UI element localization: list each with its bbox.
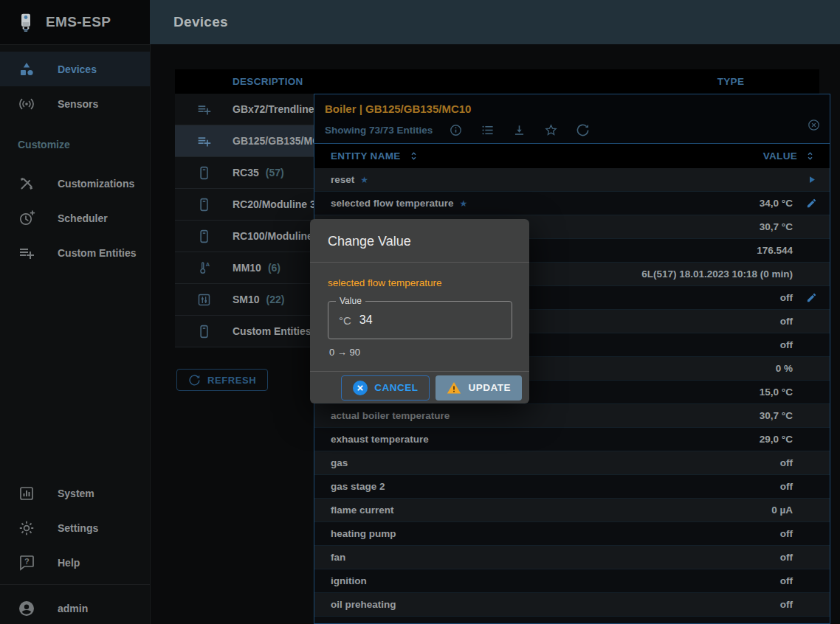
entity-row[interactable]: flame current 0 µA	[314, 499, 830, 522]
sidebar-item-help[interactable]: ? Help	[0, 545, 150, 580]
sidebar-item-settings[interactable]: Settings	[0, 510, 150, 545]
entity-row[interactable]: gas stage 2 off	[314, 475, 830, 499]
sidebar-item-scheduler[interactable]: Scheduler	[0, 201, 150, 235]
value-input-label: Value	[336, 296, 365, 306]
account-circle-icon	[18, 600, 35, 617]
device-entity-count: (22)	[266, 294, 285, 305]
cancel-icon: ×	[353, 381, 368, 395]
bar-chart-icon	[18, 485, 35, 502]
entity-value: off	[780, 552, 793, 563]
tools-icon	[18, 175, 35, 193]
entity-name: heating pump	[331, 528, 396, 539]
device-name: SM10	[233, 294, 260, 305]
username-label: admin	[58, 603, 88, 614]
entity-row[interactable]: actual boiler temperature 30,7 °C	[314, 404, 830, 428]
topbar: Devices	[150, 0, 840, 44]
entity-value: off	[780, 481, 793, 492]
device-type-icon	[175, 197, 233, 212]
showing-entities-label: Showing 73/73 Entities	[325, 125, 433, 136]
entity-row[interactable]: exhaust temperature 29,0 °C	[314, 428, 830, 451]
favorite-star-icon: ★	[460, 198, 468, 209]
sidebar-item-label: Customizations	[58, 178, 134, 190]
entity-name: actual boiler temperature	[331, 410, 450, 421]
download-icon[interactable]	[512, 123, 526, 137]
entity-value: 34,0 °C	[760, 198, 793, 209]
value-input-text: 34	[359, 313, 373, 327]
device-type-icon	[175, 134, 233, 149]
column-entity-name: ENTITY NAME	[331, 150, 401, 162]
gear-icon	[18, 519, 35, 537]
sidebar-divider	[0, 584, 150, 585]
refresh-button[interactable]: REFRESH	[176, 369, 268, 391]
entity-value: off	[780, 575, 793, 586]
update-button[interactable]: UPDATE	[436, 375, 522, 401]
sort-icon[interactable]	[407, 150, 420, 162]
sidebar-item-sensors[interactable]: Sensors	[0, 86, 150, 121]
entity-row[interactable]: fan off	[314, 546, 830, 569]
app-title: EMS-ESP	[46, 14, 111, 30]
sort-icon[interactable]	[804, 150, 816, 162]
sidebar: EMS-ESP Devices Sensors Customize Custom…	[0, 0, 151, 624]
entity-value: 6L(517) 18.01.2023 10:18 (0 min)	[641, 268, 793, 280]
device-name: RC35	[233, 167, 259, 178]
entity-value: off	[780, 528, 793, 539]
entity-row[interactable]: ignition off	[314, 569, 830, 593]
entity-name: reset	[331, 174, 354, 185]
column-value: VALUE	[763, 150, 797, 162]
sensors-icon	[18, 95, 35, 113]
cancel-button[interactable]: × CANCEL	[341, 375, 430, 401]
column-description: DESCRIPTION	[175, 76, 642, 87]
device-type-icon: A	[175, 260, 233, 276]
entity-row[interactable]: heating pump off	[314, 522, 830, 546]
value-input[interactable]: Value °C 34	[328, 301, 512, 339]
sidebar-item-label: System	[58, 488, 94, 499]
device-type-icon	[175, 229, 233, 244]
close-icon[interactable]	[807, 118, 821, 132]
entity-name: oil preheating	[331, 599, 396, 610]
sidebar-item-label: Sensors	[58, 98, 98, 110]
devices-table-header: DESCRIPTION TYPE	[175, 69, 819, 94]
entity-name: gas stage 2	[331, 481, 385, 492]
app-header: EMS-ESP	[0, 0, 150, 45]
entity-action[interactable]	[793, 174, 830, 185]
entity-action[interactable]	[793, 198, 830, 209]
entity-row[interactable]: selected flow temperature ★ 34,0 °C	[314, 192, 830, 215]
sidebar-item-custom-entities[interactable]: Custom Entities	[0, 235, 150, 270]
device-type-icon	[175, 324, 233, 339]
entity-name: flame current	[331, 505, 394, 516]
entity-row[interactable]: reset ★	[314, 168, 830, 192]
entity-value: 176.544	[757, 245, 793, 256]
entity-value: 15,0 °C	[760, 386, 793, 398]
entities-table-header: ENTITY NAME VALUE	[314, 144, 830, 168]
page-title: Devices	[173, 14, 228, 30]
dialog-title: Change Value	[310, 219, 529, 263]
help-bubble-icon: ?	[18, 554, 35, 572]
entity-name: gas	[331, 457, 348, 468]
favorite-star-icon: ★	[360, 175, 368, 185]
playlist-add-icon	[18, 244, 35, 262]
refresh-label: REFRESH	[207, 375, 256, 386]
sidebar-user-admin[interactable]: admin	[0, 591, 150, 624]
devices-icon	[18, 60, 35, 78]
entity-value: 30,7 °C	[760, 410, 793, 421]
entity-name: ignition	[331, 575, 367, 586]
dialog-actions: × CANCEL UPDATE	[310, 371, 529, 403]
sidebar-item-system[interactable]: System	[0, 476, 150, 510]
info-icon[interactable]	[449, 123, 463, 137]
list-icon[interactable]	[481, 123, 495, 137]
sidebar-item-label: Scheduler	[58, 212, 108, 224]
sidebar-item-devices[interactable]: Devices	[0, 52, 150, 86]
entity-row[interactable]: oil preheating off	[314, 593, 830, 617]
edit-pencil-icon	[806, 198, 817, 209]
entity-value: 30,7 °C	[760, 221, 793, 232]
refresh-icon[interactable]	[576, 123, 590, 137]
star-icon[interactable]	[544, 123, 558, 137]
entity-row[interactable]: gas off	[314, 451, 830, 475]
sidebar-item-customizations[interactable]: Customizations	[0, 166, 150, 201]
entities-panel-header: Boiler | GB125/GB135/MC10 Showing 73/73 …	[314, 94, 830, 144]
unit-adornment: °C	[339, 314, 351, 327]
run-icon	[806, 174, 817, 185]
entity-action[interactable]	[793, 292, 830, 303]
clock-plus-icon	[18, 209, 35, 227]
entity-row[interactable]: heating activated	[314, 617, 830, 624]
